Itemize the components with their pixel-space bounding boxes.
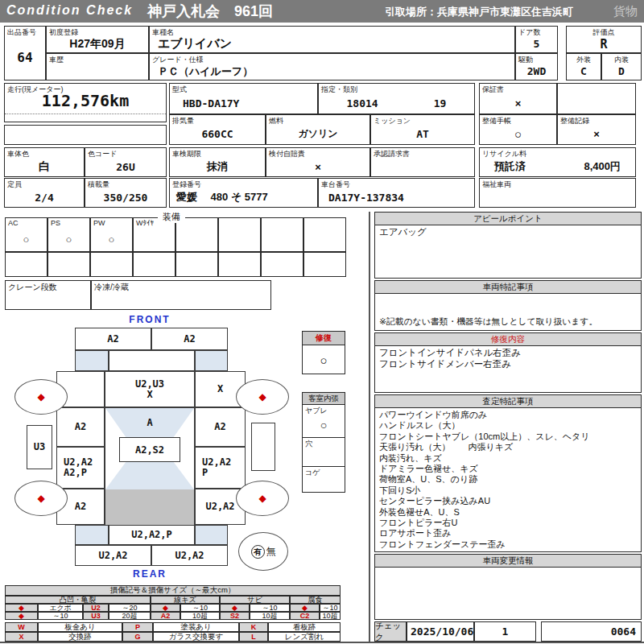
legend-group-corrosion: 腐食 [290, 596, 341, 604]
wheel-front-right: ◆ [236, 379, 289, 415]
approval-request-cell: 承認請求書 [370, 147, 475, 177]
roof-panel: A2,S2 [119, 437, 180, 462]
diamond-icon: ◆ [220, 604, 250, 612]
equipment-cell-empty [218, 217, 261, 252]
center-roof-column: A A2,S2 [105, 407, 195, 525]
registration-number-cell: 登録番号 愛媛 480 そ 5777 [169, 178, 318, 208]
warranty-extra-cell [557, 83, 636, 114]
diamond-icon: ◆ [290, 604, 320, 612]
key-w: W [5, 622, 38, 632]
recycle-status: 預託済 [494, 159, 526, 174]
circle-mark: ○ [48, 227, 89, 251]
repair-details-section: 修復内容 フロントインサイドパネル右歪み フロントサイドメンバー右歪み [374, 332, 642, 393]
check-date-cell: 2025/10/06 [407, 621, 474, 642]
equipment-cell-empty [175, 252, 218, 277]
rear-corner-left [75, 525, 109, 545]
displacement-cell: 排気量 660CC [169, 114, 266, 145]
equipment-cell-empty [47, 252, 90, 277]
rocker-right [251, 423, 275, 471]
front-corner-left [75, 350, 109, 371]
equipment-title: 装備 [158, 211, 185, 223]
maintenance-record-cell: 整備記録 × [557, 114, 636, 145]
exterior-grade-cell: 外装 C [566, 53, 601, 80]
wheel-mark-icon: ◆ [258, 493, 266, 504]
serial-number-cell: 0064 [541, 621, 642, 642]
legend-group-dent: 凸凹・亀裂 [5, 596, 151, 604]
circle-mark: ○ [303, 345, 345, 374]
equipment-cell-empty [5, 252, 47, 277]
model-code-cell: 型式 HBD-DA17Y [169, 83, 318, 114]
bottom-border [0, 642, 644, 643]
assessment-notes-title: 査定特記事項 [375, 395, 641, 408]
vehicle-category: 貨物 [613, 4, 638, 19]
assessment-notes-body: パワーウインドウ前席のみ ハンドルスレ（大） フロントシートヤブレ（10cm以上… [375, 408, 641, 551]
assessment-notes-section: 査定特記事項 パワーウインドウ前席のみ ハンドルスレ（大） フロントシートヤブレ… [374, 394, 642, 552]
rear-bumper-right: U2,A2 [151, 545, 228, 566]
vehicle-notes-section: 車両特記事項 ※記載のない書類・機器等は無しとして取り扱います。 [374, 280, 642, 331]
spare-no-mark: 無 [266, 545, 276, 559]
class-number: 19 [434, 97, 447, 109]
doors-cell: ドア数 5 [515, 26, 558, 53]
appeal-points-title: アピールポイント [375, 213, 641, 225]
capacity-cell: 定員 2/4 [4, 178, 85, 208]
front-corner-right [195, 350, 228, 371]
key-p: P [122, 622, 153, 632]
front-label: FRONT [101, 314, 198, 325]
rear-corner-right [195, 525, 228, 545]
equipment-cell-empty [303, 217, 346, 252]
front-door-right: A2 [195, 407, 246, 447]
rear-glass [105, 462, 194, 489]
diamond-icon: ◆ [151, 604, 180, 612]
score-cell: 評価点 R [566, 26, 642, 53]
front-panel-center [109, 350, 195, 371]
wheel-rear-right: ◆ [236, 481, 289, 516]
cargo-roof-shade [105, 489, 194, 526]
check-count-cell: 1 [474, 621, 536, 642]
lot-number-cell: 出品番号 64 [4, 26, 46, 80]
equipment-cell-empty [218, 252, 261, 277]
vehicle-change-title: 車両変更情報 [375, 555, 641, 568]
auction-sheet: Condition Check 神戸入札会 961回 引取場所：兵庫県神戸市東灘… [0, 0, 644, 644]
equipment-cell-empty [133, 252, 175, 277]
rear-label: REAR [101, 568, 198, 580]
front-bumper-left: A2 [75, 328, 151, 350]
back-door-upper: U2,A2,P [109, 525, 195, 545]
appeal-points-body: エアバッグ [375, 225, 641, 240]
cabin-hole-cell: 穴 [303, 438, 345, 467]
maintenance-book-cell: 整備手帳 ○ [479, 114, 557, 145]
grade-cell: グレード・仕様 ＰＣ（ハイルーフ） [149, 53, 515, 80]
cabin-tear-cell: ヤブレ ○ [303, 405, 345, 438]
fuel-cell: 燃料 ガソリン [266, 114, 370, 145]
equipment-cell-empty [261, 217, 303, 252]
key-x: X [5, 632, 38, 642]
column-divider [369, 212, 370, 642]
cabin-lining-box: 客室内張 ヤブレ ○ 穴 コゲ [302, 392, 345, 493]
warranty-cell: 保証書 × [479, 83, 557, 114]
equipment-cell-ps: PS ○ [47, 217, 90, 252]
chassis-number-cell: 車台番号 DA17Y-137834 [318, 178, 475, 208]
vehicle-change-section: 車両変更情報 [374, 554, 642, 620]
history-cell: 車歴 [46, 53, 149, 80]
spare-yes-mark: 有 [251, 545, 265, 559]
type-number: 18014 [347, 97, 378, 109]
wheel-front-left: ◆ [14, 379, 68, 415]
rocker-left: U3 [27, 425, 52, 469]
odometer-cell: 走行(現メーター) 112,576km [4, 83, 167, 122]
vehicle-notes-title: 車両特記事項 [375, 281, 641, 294]
equipment-cell-empty [303, 252, 346, 277]
slide-door-left: U2,A2 A2,P [56, 447, 105, 489]
freezer-fridge-cell: 冷凍/冷蔵 [91, 280, 271, 310]
cabin-burn-cell: コゲ [303, 467, 345, 493]
equipment-cell-ac: AC ○ [5, 217, 47, 252]
cowl-panel: U2,U3 X [105, 371, 195, 407]
circle-mark: ○ [6, 227, 47, 251]
key-k: K [239, 622, 268, 632]
repair-details-body: フロントインサイドパネル右歪み フロントサイドメンバー右歪み [375, 346, 641, 372]
key-l: L [239, 632, 268, 642]
wheel-mark-icon: ◆ [37, 391, 44, 402]
auction-title: 神戸入札会 961回 [147, 2, 273, 21]
diamond-icon: ◆ [5, 604, 38, 612]
type-class-cell: 指定・類別 18014 19 [318, 83, 475, 114]
recycle-fee-cell: リサイクル料 預託済 8,400円 [479, 147, 636, 177]
condition-check-logo: Condition Check [6, 3, 133, 18]
